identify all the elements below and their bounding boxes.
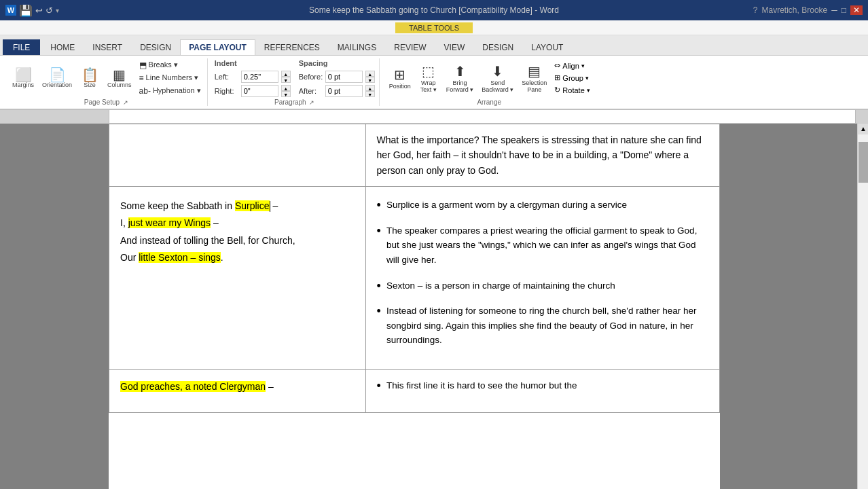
bullet-4: • Instead of listening for someone to ri… (377, 304, 708, 348)
undo-icon[interactable]: ↩ (35, 5, 43, 16)
spacing-after-label: After: (299, 87, 323, 95)
ribbon-tabs: FILE HOME INSERT DESIGN PAGE LAYOUT REFE… (0, 35, 868, 56)
top-left-cell (109, 124, 366, 187)
top-right-cell: What is the importance? The speakers is … (365, 124, 719, 187)
tab-review[interactable]: REVIEW (385, 39, 435, 55)
align-button[interactable]: ⇔ Align ▾ (552, 60, 592, 71)
paragraph-label: ArrangeParagraph ↗ (274, 97, 314, 106)
hyphenation-button[interactable]: ab- Hyphenation ▾ (137, 86, 203, 96)
page-setup-dialog-launcher[interactable]: ↗ (123, 99, 128, 106)
table-row-bottom: God preaches, a noted Clergyman – • This… (109, 369, 720, 412)
scroll-thumb[interactable] (858, 142, 868, 183)
columns-button[interactable]: ▦ Columns (105, 67, 134, 90)
indent-right-down[interactable]: ▼ (281, 91, 291, 97)
redo-icon[interactable]: ↺ (46, 5, 53, 16)
size-button[interactable]: 📋 Size (77, 67, 102, 90)
table-row-mid: Some keep the Sabbath in Surplice – I, j… (109, 187, 720, 370)
indent-left-up[interactable]: ▲ (281, 71, 291, 77)
tab-table-design[interactable]: DESIGN (473, 39, 522, 55)
scroll-track[interactable] (858, 134, 868, 489)
position-label: Position (389, 83, 411, 90)
ruler-left-side (0, 110, 109, 123)
indent-left-input[interactable] (241, 71, 278, 83)
spacing-before-input[interactable] (325, 71, 363, 83)
line-numbers-button[interactable]: ≡ Line Numbers ▾ (137, 73, 203, 84)
tab-table-layout[interactable]: LAYOUT (522, 39, 572, 55)
arrange-label: Arrange (477, 97, 501, 106)
bring-forward-button[interactable]: ⬆ BringForward ▾ (444, 62, 477, 94)
rotate-button[interactable]: ↻ Rotate ▾ (552, 85, 592, 95)
ruler-right-side (856, 110, 868, 123)
tab-design[interactable]: DESIGN (131, 39, 180, 55)
bullet-text-3: Sexton – is a person in charge of mainta… (386, 278, 708, 293)
align-label: Align (562, 62, 579, 70)
text-cursor (270, 201, 270, 212)
poem-line-2: I, just wear my Wings – (120, 215, 355, 232)
group-label: Group (562, 74, 583, 82)
bullet-dot-3: • (377, 280, 381, 293)
table-tools-label: TABLE TOOLS (395, 22, 473, 33)
bullets-cell: • Surplice is a garment worn by a clergy… (365, 187, 719, 370)
ruler-main[interactable] (109, 110, 856, 123)
bullet-text-2: The speaker compares a priest wearing th… (386, 223, 708, 268)
send-backward-label: SendBackward ▾ (482, 79, 513, 93)
send-backward-icon: ⬇ (492, 63, 503, 79)
quick-access-arrow[interactable]: ▾ (56, 7, 59, 14)
spacing-before-down[interactable]: ▼ (365, 77, 375, 83)
breaks-button[interactable]: ⬒ Breaks ▾ (137, 60, 203, 71)
vertical-scrollbar[interactable]: ▲ ▼ (857, 124, 868, 489)
page-setup-small-buttons: ⬒ Breaks ▾ ≡ Line Numbers ▾ ab- Hyphenat… (137, 60, 203, 96)
tab-insert[interactable]: INSERT (84, 39, 131, 55)
group-button[interactable]: ⊞ Group ▾ (552, 73, 592, 83)
help-icon[interactable]: ? (753, 5, 758, 15)
indent-left-spin: ▲ ▼ (281, 71, 291, 83)
spacing-after-down[interactable]: ▼ (365, 91, 375, 97)
spacing-after-input[interactable] (325, 85, 363, 97)
title-bar-left: W 💾 ↩ ↺ ▾ (5, 4, 59, 17)
bullet-text-4: Instead of listening for someone to ring… (386, 304, 708, 348)
indent-left-down[interactable]: ▼ (281, 77, 291, 83)
spacing-controls: Spacing Before: ▲ ▼ After: ▲ ▼ (299, 59, 375, 97)
selection-pane-button[interactable]: ▤ SelectionPane (519, 62, 549, 94)
minimize-button[interactable]: ─ (831, 5, 837, 15)
spacing-before-up[interactable]: ▲ (365, 71, 375, 77)
columns-icon: ▦ (113, 68, 126, 82)
document-area: What is the importance? The speakers is … (0, 124, 868, 489)
position-button[interactable]: ⊞ Position (386, 65, 414, 91)
bring-forward-label: BringForward ▾ (446, 79, 474, 93)
bullet-dot-2: • (377, 225, 381, 268)
scroll-up-button[interactable]: ▲ (858, 124, 868, 134)
save-icon[interactable]: 💾 (19, 4, 33, 17)
document-content[interactable]: What is the importance? The speakers is … (109, 124, 720, 489)
margins-button[interactable]: ⬜ Margins (10, 67, 37, 90)
indent-right-row: Right: ▲ ▼ (215, 85, 291, 97)
orientation-icon: 📄 (49, 68, 66, 82)
tab-mailings[interactable]: MAILINGS (329, 39, 385, 55)
tab-file[interactable]: FILE (3, 39, 40, 55)
wrap-text-button[interactable]: ⬚ WrapText ▾ (416, 62, 441, 94)
spacing-before-row: Before: ▲ ▼ (299, 71, 375, 83)
spacing-after-up[interactable]: ▲ (365, 85, 375, 91)
tab-view[interactable]: VIEW (435, 39, 474, 55)
tab-references[interactable]: REFERENCES (255, 39, 329, 55)
close-button[interactable]: ✕ (850, 5, 863, 15)
poem-line-1: Some keep the Sabbath in Surplice – (120, 198, 355, 215)
orientation-button[interactable]: 📄 Orientation (39, 67, 75, 90)
surplice-highlight: Surplice (235, 200, 270, 211)
indent-right-up[interactable]: ▲ (281, 85, 291, 91)
document-title: Some keep the Sabbath going to Church [C… (309, 5, 559, 15)
tab-home[interactable]: HOME (41, 39, 84, 55)
indent-right-input[interactable] (241, 85, 278, 97)
maximize-button[interactable]: □ (842, 5, 846, 15)
wrap-text-icon: ⬚ (422, 63, 435, 79)
send-backward-button[interactable]: ⬇ SendBackward ▾ (479, 62, 516, 94)
position-icon: ⊞ (394, 67, 405, 83)
tab-page-layout[interactable]: PAGE LAYOUT (180, 39, 255, 55)
paragraph-dialog-launcher[interactable]: ↗ (309, 99, 314, 106)
selection-pane-label: SelectionPane (522, 79, 547, 93)
bullet-bottom: • This first line it is hard to see the … (377, 378, 708, 393)
content-table: What is the importance? The speakers is … (109, 124, 720, 413)
bullet-dot-1: • (377, 199, 381, 213)
indent-header: Indent (215, 59, 291, 67)
margins-icon: ⬜ (15, 68, 32, 82)
